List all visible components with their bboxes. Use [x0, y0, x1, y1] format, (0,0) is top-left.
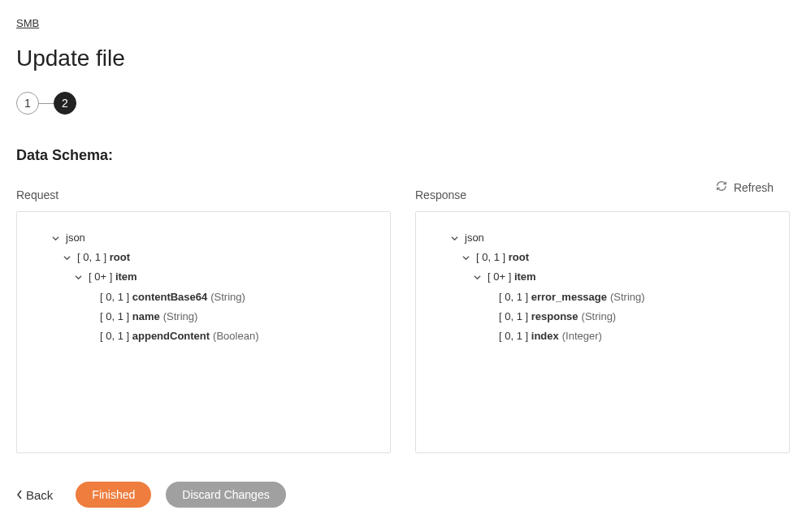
tree-leaf[interactable]: [ 0, 1 ] response (String)	[432, 307, 773, 327]
tree-node-item[interactable]: [ 0+ ] item	[33, 267, 374, 287]
chevron-down-icon[interactable]	[72, 274, 84, 281]
field-type: (String)	[582, 309, 617, 324]
chevron-down-icon[interactable]	[50, 235, 61, 242]
step-connector	[39, 103, 54, 104]
field-name: response	[531, 309, 578, 324]
field-name: contentBase64	[132, 290, 207, 305]
step-2[interactable]: 2	[54, 92, 76, 115]
tree-leaf[interactable]: [ 0, 1 ] name (String)	[33, 307, 374, 327]
field-name: error_message	[531, 290, 607, 305]
tree-node-item[interactable]: [ 0+ ] item	[432, 267, 773, 287]
back-button[interactable]: Back	[16, 488, 53, 502]
page-title: Update file	[16, 45, 790, 71]
field-type: (String)	[163, 309, 198, 324]
field-type: (Boolean)	[213, 329, 258, 344]
finished-button[interactable]: Finished	[76, 482, 151, 508]
tree-leaf[interactable]: [ 0, 1 ] contentBase64 (String)	[33, 288, 374, 307]
chevron-left-icon	[16, 488, 23, 502]
field-name: name	[132, 309, 160, 324]
tree-node-label: root	[110, 250, 130, 265]
request-panel-label: Request	[16, 188, 391, 201]
field-type: (String)	[210, 290, 245, 305]
cardinality: [ 0, 1 ]	[77, 250, 106, 265]
tree-node-json[interactable]: json	[432, 228, 773, 248]
cardinality: [ 0, 1 ]	[499, 290, 528, 305]
back-label: Back	[26, 488, 53, 502]
cardinality: [ 0+ ]	[89, 270, 112, 284]
cardinality: [ 0, 1 ]	[499, 309, 528, 324]
cardinality: [ 0, 1 ]	[499, 329, 528, 344]
refresh-button[interactable]: Refresh	[716, 180, 774, 194]
tree-node-label: root	[509, 250, 529, 265]
cardinality: [ 0+ ]	[488, 270, 511, 284]
cardinality: [ 0, 1 ]	[100, 309, 129, 324]
tree-node-root[interactable]: [ 0, 1 ] root	[432, 248, 773, 267]
request-panel: json [ 0, 1 ] root [ 0+ ] item	[16, 211, 391, 453]
cardinality: [ 0, 1 ]	[476, 250, 505, 265]
field-name: index	[531, 329, 559, 344]
refresh-label: Refresh	[734, 181, 774, 194]
tree-leaf[interactable]: [ 0, 1 ] appendContent (Boolean)	[33, 327, 374, 346]
tree-node-label: json	[465, 231, 484, 245]
tree-leaf[interactable]: [ 0, 1 ] error_message (String)	[432, 288, 773, 307]
tree-node-label: json	[66, 231, 85, 245]
tree-node-root[interactable]: [ 0, 1 ] root	[33, 248, 374, 267]
step-1[interactable]: 1	[16, 92, 39, 115]
chevron-down-icon[interactable]	[460, 254, 471, 262]
discard-changes-button[interactable]: Discard Changes	[166, 482, 285, 508]
chevron-down-icon[interactable]	[471, 274, 483, 281]
tree-leaf[interactable]: [ 0, 1 ] index (Integer)	[432, 327, 773, 346]
tree-node-json[interactable]: json	[33, 228, 374, 248]
field-type: (String)	[610, 290, 645, 305]
breadcrumb-link[interactable]: SMB	[16, 17, 39, 29]
wizard-stepper: 1 2	[16, 92, 790, 115]
section-title: Data Schema:	[16, 147, 790, 164]
chevron-down-icon[interactable]	[61, 254, 72, 262]
field-type: (Integer)	[562, 329, 602, 344]
cardinality: [ 0, 1 ]	[100, 290, 129, 305]
tree-node-label: item	[514, 270, 536, 284]
response-panel: json [ 0, 1 ] root [ 0+ ] item	[415, 211, 790, 453]
cardinality: [ 0, 1 ]	[100, 329, 129, 344]
chevron-down-icon[interactable]	[448, 235, 460, 242]
refresh-icon	[716, 180, 727, 194]
field-name: appendContent	[132, 329, 210, 344]
tree-node-label: item	[115, 270, 137, 284]
